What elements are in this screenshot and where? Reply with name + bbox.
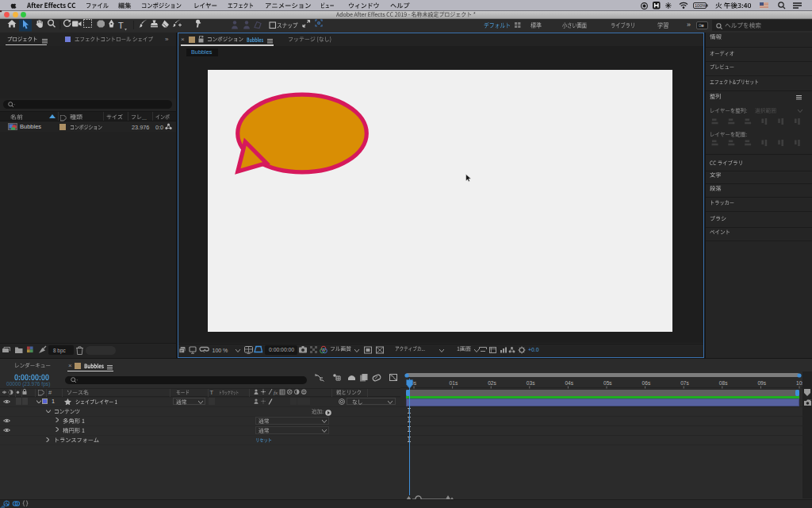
svg-text:fx: fx xyxy=(274,390,278,396)
svg-text:08s: 08s xyxy=(719,379,728,385)
svg-text:05s: 05s xyxy=(603,379,612,385)
svg-text:02s: 02s xyxy=(488,379,496,385)
svg-text:06s: 06s xyxy=(642,379,651,385)
svg-text:04s: 04s xyxy=(565,379,573,385)
svg-text:07s: 07s xyxy=(680,379,689,385)
svg-text:01s: 01s xyxy=(450,379,458,385)
svg-text:03s: 03s xyxy=(527,379,535,385)
svg-text:09s: 09s xyxy=(757,379,766,385)
